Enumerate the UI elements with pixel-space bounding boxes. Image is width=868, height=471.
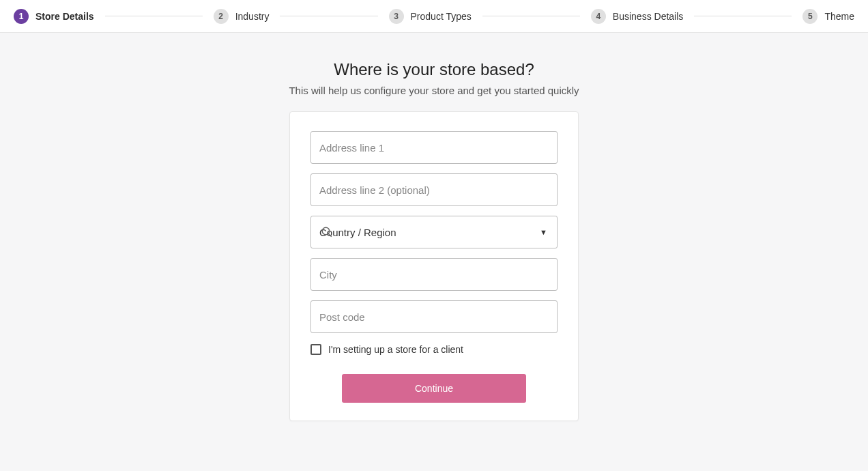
step-label: Product Types: [411, 11, 472, 22]
address-card: Country / Region ▼ I'm setting up a stor…: [289, 111, 579, 421]
page-title: Where is your store based?: [334, 60, 534, 79]
client-store-checkbox[interactable]: [310, 344, 321, 355]
country-region-select[interactable]: Country / Region ▼: [310, 216, 558, 248]
step-label: Industry: [235, 11, 270, 22]
step-industry[interactable]: 2 Industry: [214, 9, 270, 24]
step-number: 3: [389, 9, 404, 24]
page-subtitle: This will help us configure your store a…: [289, 85, 579, 96]
city-input[interactable]: [310, 258, 558, 291]
step-connector: [105, 16, 203, 16]
step-number: 4: [591, 9, 606, 24]
step-label: Theme: [824, 11, 854, 22]
step-connector: [694, 16, 792, 16]
chevron-down-icon: ▼: [540, 228, 547, 236]
step-connector: [482, 16, 580, 16]
step-connector: [280, 16, 377, 16]
step-number: 1: [14, 9, 29, 24]
main-content: Where is your store based? This will hel…: [0, 33, 868, 421]
step-store-details[interactable]: 1 Store Details: [14, 9, 94, 24]
address-line-1-input[interactable]: [310, 131, 558, 164]
step-business-details[interactable]: 4 Business Details: [591, 9, 684, 24]
step-label: Business Details: [613, 11, 684, 22]
continue-button[interactable]: Continue: [342, 374, 526, 403]
search-icon: [321, 226, 333, 238]
step-product-types[interactable]: 3 Product Types: [389, 9, 472, 24]
client-store-label[interactable]: I'm setting up a store for a client: [328, 344, 463, 355]
step-label: Store Details: [35, 11, 94, 22]
step-theme[interactable]: 5 Theme: [802, 9, 854, 24]
postcode-input[interactable]: [310, 300, 558, 333]
stepper-bar: 1 Store Details 2 Industry 3 Product Typ…: [0, 0, 868, 33]
svg-point-0: [322, 227, 330, 235]
step-number: 5: [802, 9, 818, 24]
address-line-2-input[interactable]: [310, 173, 558, 206]
svg-line-1: [328, 233, 332, 237]
step-number: 2: [214, 9, 229, 24]
